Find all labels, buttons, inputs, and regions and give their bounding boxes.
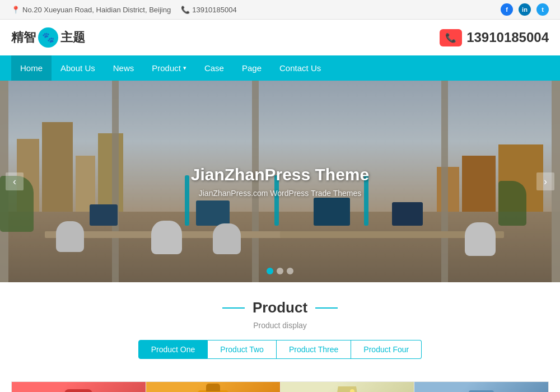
main-nav: Home About Us News Product ▾ Case Page C…: [0, 55, 560, 81]
product-tab-three[interactable]: Product Three: [277, 340, 351, 359]
product-tab-four[interactable]: Product Four: [351, 340, 422, 359]
product-section: Product Product display Product One Prod…: [0, 282, 560, 381]
product-grid: [0, 381, 560, 392]
product-card-1[interactable]: [11, 381, 146, 392]
hero-slider: JianZhanPress Theme JianZhanPress.com Wo…: [0, 81, 560, 282]
hero-dot-3[interactable]: [287, 268, 293, 274]
section-line-left: [222, 307, 245, 309]
logo-paw-icon: 🐾: [38, 27, 58, 48]
linkedin-icon[interactable]: in: [519, 3, 531, 16]
product-card-2-image: [146, 382, 280, 392]
topbar-phone-text: 13910185004: [192, 6, 237, 14]
product-card-4-image: [414, 382, 548, 392]
hero-dot-1[interactable]: [267, 268, 273, 274]
address-info: 📍 No.20 Xueyuan Road, Haidian District, …: [11, 6, 171, 14]
hero-title: JianZhanPress Theme: [191, 165, 369, 184]
product-tab-one[interactable]: Product One: [138, 340, 208, 359]
section-line-right: [315, 307, 338, 309]
nav-item-about[interactable]: About Us: [52, 55, 104, 81]
top-bar: 📍 No.20 Xueyuan Road, Haidian District, …: [0, 0, 560, 20]
logo-text-1: 精智: [11, 29, 36, 46]
product-tabs: Product One Product Two Product Three Pr…: [11, 340, 549, 359]
nav-item-home[interactable]: Home: [11, 55, 52, 81]
section-subtitle: Product display: [11, 321, 549, 330]
header-phone-number: 13910185004: [466, 30, 549, 45]
phone-info: 📞 13910185004: [181, 6, 237, 14]
phone-btn-icon: 📞: [440, 29, 462, 46]
header: 精智 🐾 主题 📞 13910185004: [0, 20, 560, 55]
nav-item-case[interactable]: Case: [195, 55, 233, 81]
product-tab-two[interactable]: Product Two: [208, 340, 277, 359]
location-icon: 📍: [11, 6, 20, 14]
address-text: No.20 Xueyuan Road, Haidian District, Be…: [22, 6, 171, 14]
phone-icon: 📞: [181, 6, 190, 14]
section-title-row: Product: [11, 299, 549, 316]
hero-prev-button[interactable]: ‹: [6, 172, 24, 190]
nav-item-news[interactable]: News: [104, 55, 143, 81]
top-bar-social: f in t: [501, 3, 549, 16]
nav-item-product[interactable]: Product ▾: [143, 55, 195, 81]
logo-text-2: 主题: [60, 29, 85, 46]
hero-text: JianZhanPress Theme JianZhanPress.com Wo…: [191, 165, 369, 198]
hero-subtitle: JianZhanPress.com WordPress Trade Themes: [191, 189, 369, 198]
twitter-icon[interactable]: t: [536, 3, 549, 16]
product-card-2[interactable]: [146, 381, 281, 392]
product-card-1-image: [12, 382, 146, 392]
nav-item-contact[interactable]: Contact Us: [270, 55, 330, 81]
hero-dot-2[interactable]: [277, 268, 283, 274]
product-card-3-image: [281, 382, 414, 392]
product-card-4[interactable]: [414, 381, 549, 392]
product-dropdown-arrow: ▾: [183, 64, 186, 72]
header-phone: 📞 13910185004: [440, 29, 549, 46]
product-card-3[interactable]: [281, 381, 415, 392]
hero-dots: [267, 268, 293, 274]
logo[interactable]: 精智 🐾 主题: [11, 27, 85, 48]
section-title: Product: [253, 299, 307, 316]
hero-next-button[interactable]: ›: [536, 172, 554, 190]
facebook-icon[interactable]: f: [501, 3, 513, 16]
nav-item-page[interactable]: Page: [233, 55, 270, 81]
top-bar-left: 📍 No.20 Xueyuan Road, Haidian District, …: [11, 6, 237, 14]
